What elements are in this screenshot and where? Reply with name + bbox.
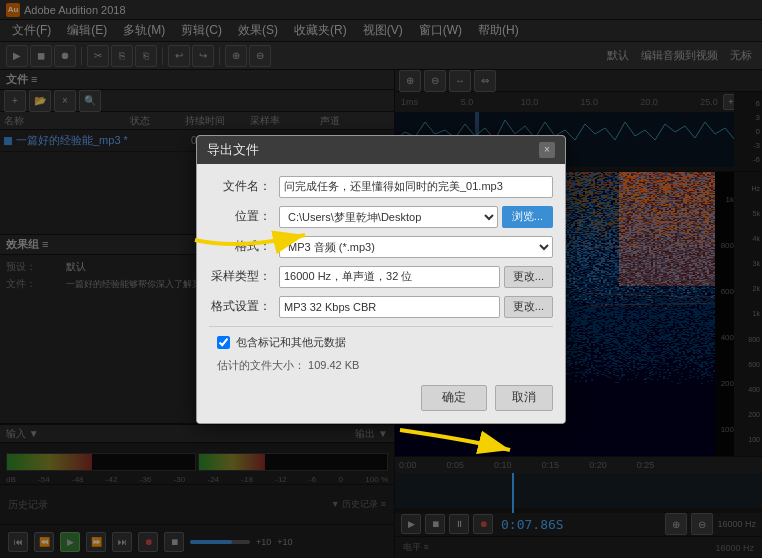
dialog-body: 文件名： 位置： C:\Users\梦里乾坤\Desktop 浏览... 格式：… [197,164,565,423]
dialog-buttons: 确定 取消 [209,385,553,411]
dialog-metadata-checkbox[interactable] [217,336,230,349]
dialog-size-value: 109.42 KB [308,359,359,371]
dialog-format-label: 格式： [209,238,279,255]
dialog-filename-row: 文件名： [209,176,553,198]
dialog-size-label: 估计的文件大小： 109.42 KB [217,359,359,371]
dialog-filename-input[interactable] [279,176,553,198]
dialog-titlebar: 导出文件 × [197,136,565,164]
dialog-change-format-btn[interactable]: 更改... [504,296,553,318]
dialog-size-row: 估计的文件大小： 109.42 KB [209,358,553,373]
dialog-format-select[interactable]: MP3 音频 (*.mp3) [279,236,553,258]
dialog-ok-btn[interactable]: 确定 [421,385,487,411]
dialog-change-sample-btn[interactable]: 更改... [504,266,553,288]
dialog-sample-label: 采样类型： [209,268,279,285]
dialog-sample-row: 采样类型： 更改... [209,266,553,288]
dialog-divider [209,326,553,327]
dialog-format-row: 格式： MP3 音频 (*.mp3) [209,236,553,258]
dialog-overlay: 导出文件 × 文件名： 位置： C:\Users\梦里乾坤\Desktop 浏览… [0,0,762,558]
dialog-title: 导出文件 [207,141,259,159]
dialog-metadata-label[interactable]: 包含标记和其他元数据 [236,335,346,350]
dialog-checkbox-row: 包含标记和其他元数据 [209,335,553,350]
dialog-close-btn[interactable]: × [539,142,555,158]
dialog-format-settings-row: 格式设置： 更改... [209,296,553,318]
export-dialog: 导出文件 × 文件名： 位置： C:\Users\梦里乾坤\Desktop 浏览… [196,135,566,424]
dialog-cancel-btn[interactable]: 取消 [495,385,553,411]
dialog-format-settings-input[interactable] [279,296,500,318]
dialog-location-label: 位置： [209,208,279,225]
dialog-format-settings-label: 格式设置： [209,298,279,315]
dialog-filename-label: 文件名： [209,178,279,195]
dialog-sample-input[interactable] [279,266,500,288]
dialog-location-row: 位置： C:\Users\梦里乾坤\Desktop 浏览... [209,206,553,228]
dialog-browse-btn[interactable]: 浏览... [502,206,553,228]
dialog-location-select[interactable]: C:\Users\梦里乾坤\Desktop [279,206,498,228]
